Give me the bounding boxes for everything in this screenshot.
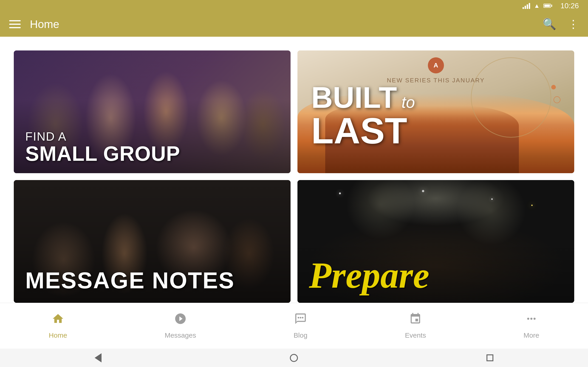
svg-point-4: [530, 318, 532, 320]
recents-button[interactable]: [484, 352, 496, 364]
back-button[interactable]: [92, 352, 104, 364]
svg-point-1: [300, 317, 301, 318]
nav-events-label: Events: [405, 332, 426, 339]
bottom-navigation: Home Messages Blog Events: [0, 303, 588, 349]
nav-events[interactable]: Events: [396, 308, 435, 344]
signal-icon: [523, 2, 530, 9]
svg-point-2: [302, 317, 303, 318]
app-bar: Home 🔍 ⋮: [0, 11, 588, 37]
more-button[interactable]: ⋮: [568, 18, 579, 31]
prepare-card[interactable]: Prepare: [297, 180, 574, 303]
more-horizontal-icon: [525, 312, 538, 328]
built-label: BUILT: [311, 83, 397, 112]
status-time: 10:26: [561, 2, 579, 10]
new-series-badge: A NEW SERIES THIS JANUARY: [387, 57, 485, 84]
calendar-icon: [409, 312, 422, 328]
built-to-last-card[interactable]: A NEW SERIES THIS JANUARY BUILT to LAST: [297, 50, 574, 173]
nav-home[interactable]: Home: [40, 308, 76, 344]
nav-blog-label: Blog: [294, 332, 307, 339]
battery-icon: [544, 4, 552, 8]
svg-point-0: [298, 317, 299, 318]
system-nav-bar: [0, 349, 588, 367]
message-notes-label: MESSAGE NOTES: [25, 267, 279, 294]
svg-point-5: [534, 318, 536, 320]
menu-button[interactable]: [9, 20, 21, 28]
small-group-label: SMALL GROUP: [25, 143, 279, 164]
small-group-card[interactable]: FIND A SMALL GROUP: [14, 50, 291, 173]
home-button[interactable]: [288, 352, 300, 364]
message-notes-card[interactable]: MESSAGE NOTES: [14, 180, 291, 303]
to-label: to: [401, 94, 415, 110]
search-button[interactable]: 🔍: [543, 18, 556, 31]
nav-more[interactable]: More: [514, 308, 548, 344]
find-a-label: FIND A: [25, 130, 279, 143]
prepare-label: Prepare: [309, 257, 563, 294]
home-icon: [52, 312, 64, 328]
page-title: Home: [30, 18, 533, 31]
status-bar: ▲ 10:26: [0, 0, 588, 11]
last-label: LAST: [311, 110, 407, 151]
svg-point-3: [527, 318, 529, 320]
nav-blog[interactable]: Blog: [284, 308, 317, 344]
nav-messages-label: Messages: [165, 332, 196, 339]
wifi-icon: ▲: [534, 2, 540, 9]
play-circle-icon: [174, 312, 187, 328]
content-grid: FIND A SMALL GROUP A NEW SERIES THIS JAN…: [0, 37, 588, 303]
nav-messages[interactable]: Messages: [156, 308, 205, 344]
chat-bubble-icon: [294, 312, 307, 328]
nav-home-label: Home: [49, 332, 67, 339]
nav-more-label: More: [523, 332, 539, 339]
